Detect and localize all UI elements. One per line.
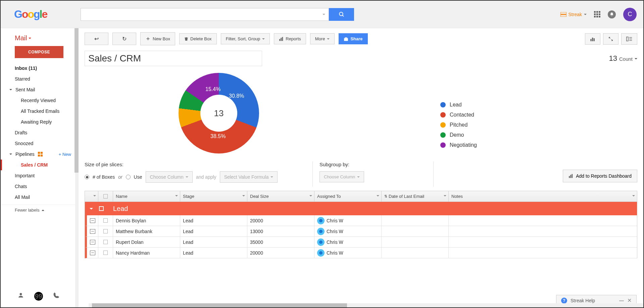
expand-button[interactable] xyxy=(603,33,618,45)
column-header-date[interactable]: ⇅Date of Last Email xyxy=(382,191,449,202)
cell-notes[interactable] xyxy=(449,226,637,236)
sidebar-scrollbar[interactable] xyxy=(75,28,79,308)
cell-assigned-to[interactable]: Chris W xyxy=(314,215,382,226)
box-icon-cell[interactable] xyxy=(87,215,98,226)
chart-view-button[interactable] xyxy=(585,33,600,45)
group-checkbox[interactable] xyxy=(99,206,104,211)
box-icon-cell[interactable] xyxy=(87,248,98,258)
nav-awaiting-reply[interactable]: Awaiting Reply xyxy=(1,117,79,127)
group-row-lead[interactable]: Lead xyxy=(85,202,637,215)
layout-button[interactable] xyxy=(621,33,637,45)
cell-name[interactable]: Nancy Hardman xyxy=(113,248,180,258)
cell-date[interactable] xyxy=(382,226,449,236)
new-pipeline-link[interactable]: + New xyxy=(59,152,71,157)
back-button[interactable]: ↩ xyxy=(85,33,108,45)
nav-recently-viewed[interactable]: Recently Viewed xyxy=(1,95,79,106)
delete-box-button[interactable]: Delete Box xyxy=(179,33,217,44)
radio-use[interactable] xyxy=(126,175,131,179)
cell-assigned-to[interactable]: Chris W xyxy=(314,226,382,236)
nav-drafts[interactable]: Drafts xyxy=(1,127,79,138)
filter-sort-group-button[interactable]: Filter, Sort, Group xyxy=(221,33,270,44)
mail-menu[interactable]: Mail xyxy=(1,33,79,46)
table-row[interactable]: Rupert Dolan Lead 35000 Chris W xyxy=(85,237,637,248)
nav-sales-crm[interactable]: Sales / CRM xyxy=(1,160,79,170)
column-header-name[interactable]: Name xyxy=(113,191,180,202)
new-box-button[interactable]: ＋New Box xyxy=(140,32,175,45)
row-checkbox[interactable] xyxy=(98,248,113,258)
row-checkbox[interactable] xyxy=(98,226,113,236)
horizontal-scrollbar[interactable] xyxy=(89,303,643,307)
column-header-assigned-to[interactable]: Assigned To xyxy=(314,191,382,202)
share-button[interactable]: Share xyxy=(339,33,367,44)
more-button[interactable]: More xyxy=(310,33,335,44)
nav-pipelines[interactable]: Pipelines + New xyxy=(1,149,79,160)
select-formula-select[interactable]: Select Value Formula xyxy=(220,171,278,183)
refresh-button[interactable]: ↻ xyxy=(112,33,136,45)
cell-deal-size[interactable]: 13000 xyxy=(247,226,314,236)
nav-inbox[interactable]: Inbox (11) xyxy=(1,63,79,74)
row-checkbox[interactable] xyxy=(98,237,113,247)
cell-deal-size[interactable]: 20000 xyxy=(247,248,314,258)
cell-notes[interactable] xyxy=(449,248,637,258)
cell-date[interactable] xyxy=(382,215,449,226)
add-to-reports-button[interactable]: Add to Reports Dashboard xyxy=(563,170,637,182)
cell-stage[interactable]: Lead xyxy=(180,237,247,247)
cell-name[interactable]: Dennis Boylan xyxy=(113,215,180,226)
fewer-labels[interactable]: Fewer labels xyxy=(1,205,79,215)
nav-chats[interactable]: Chats xyxy=(1,181,79,192)
cell-notes[interactable] xyxy=(449,237,637,247)
column-header-stage[interactable]: Stage xyxy=(180,191,247,202)
table-header-checkbox[interactable] xyxy=(98,191,113,202)
nav-all-mail[interactable]: All Mail xyxy=(1,192,79,203)
compose-button[interactable]: COMPOSE xyxy=(15,46,63,58)
pipeline-title-input[interactable]: Sales / CRM xyxy=(85,51,262,66)
minimize-icon[interactable]: — xyxy=(619,298,624,303)
cell-date[interactable] xyxy=(382,237,449,247)
cell-assigned-to[interactable]: Chris W xyxy=(314,248,382,258)
nav-snoozed[interactable]: Snoozed xyxy=(1,138,79,149)
cell-stage[interactable]: Lead xyxy=(180,248,247,258)
legend-item[interactable]: Lead xyxy=(440,100,477,110)
cell-stage[interactable]: Lead xyxy=(180,226,247,236)
table-row[interactable]: Matthew Burbank Lead 13000 Chris W xyxy=(85,226,637,237)
cell-notes[interactable] xyxy=(449,215,637,226)
choose-column-select[interactable]: Choose Column xyxy=(146,171,193,183)
user-avatar[interactable]: C xyxy=(623,8,637,21)
contacts-icon[interactable] xyxy=(17,292,24,301)
cell-name[interactable]: Rupert Dolan xyxy=(113,237,180,247)
cell-stage[interactable]: Lead xyxy=(180,215,247,226)
subgroup-column-select[interactable]: Choose Column xyxy=(319,171,364,182)
nav-sent[interactable]: Sent Mail xyxy=(1,84,79,95)
row-checkbox[interactable] xyxy=(98,215,113,226)
cell-date[interactable] xyxy=(382,248,449,258)
reports-button[interactable]: Reports xyxy=(274,33,306,44)
table-row[interactable]: Nancy Hardman Lead 20000 Chris W xyxy=(85,248,637,258)
box-icon-cell[interactable] xyxy=(87,237,98,247)
phone-icon[interactable] xyxy=(53,292,60,301)
nav-tracked-emails[interactable]: All Tracked Emails xyxy=(1,106,79,117)
search-button[interactable] xyxy=(329,8,354,21)
legend-item[interactable]: Pitched xyxy=(440,120,477,130)
cell-name[interactable]: Matthew Burbank xyxy=(113,226,180,236)
table-row[interactable]: Dennis Boylan Lead 20000 Chris W xyxy=(85,215,637,226)
close-icon[interactable]: ✕ xyxy=(627,297,632,304)
table-header-menu[interactable] xyxy=(85,191,98,202)
search-input[interactable] xyxy=(81,8,329,21)
column-header-deal-size[interactable]: Deal Size xyxy=(247,191,314,202)
legend-item[interactable]: Contacted xyxy=(440,110,477,120)
cell-deal-size[interactable]: 20000 xyxy=(247,215,314,226)
cell-assigned-to[interactable]: Chris W xyxy=(314,237,382,247)
legend-item[interactable]: Demo xyxy=(440,130,477,140)
nav-starred[interactable]: Starred xyxy=(1,74,79,84)
box-icon-cell[interactable] xyxy=(87,226,98,236)
cell-deal-size[interactable]: 35000 xyxy=(247,237,314,247)
count-selector[interactable]: 13 Count xyxy=(609,54,637,63)
streak-menu[interactable]: Streak xyxy=(560,12,587,17)
column-header-notes[interactable]: Notes xyxy=(449,191,637,202)
radio-boxes[interactable] xyxy=(85,175,89,179)
legend-item[interactable]: Negotiating xyxy=(440,140,477,150)
notifications-icon[interactable] xyxy=(608,10,616,18)
hangouts-icon[interactable]: 99 xyxy=(34,292,43,301)
apps-icon[interactable] xyxy=(594,11,600,17)
nav-important[interactable]: Important xyxy=(1,170,79,181)
